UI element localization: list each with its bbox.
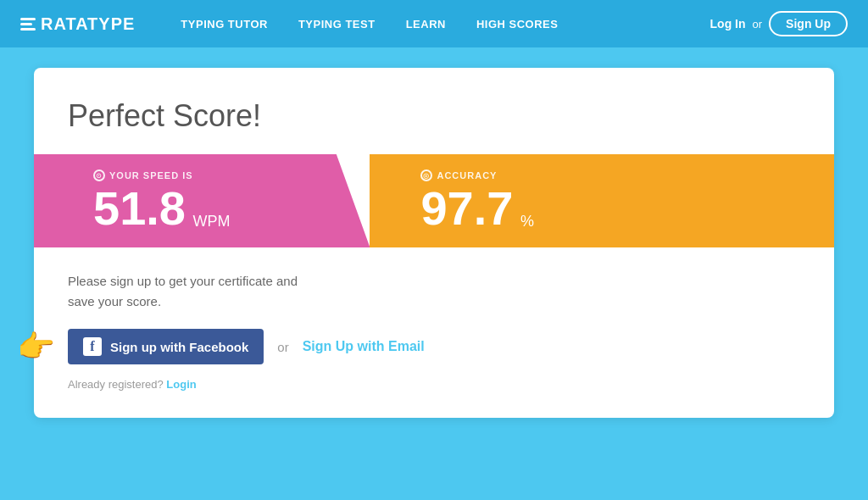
accuracy-icon: ◎	[420, 169, 432, 181]
main-nav: TYPING TUTOR TYPING TEST LEARN HIGH SCOR…	[169, 11, 709, 37]
signup-text-line2: save your score.	[68, 294, 161, 308]
accuracy-unit: %	[520, 213, 534, 230]
card-title: Perfect Score!	[68, 98, 800, 134]
email-signup-link[interactable]: Sign Up with Email	[303, 339, 425, 354]
nav-item-learn[interactable]: LEARN	[394, 11, 458, 37]
already-registered-section: Already registered? Login	[68, 378, 800, 391]
site-header: RATATYPE TYPING TUTOR TYPING TEST LEARN …	[0, 0, 868, 47]
hand-pointer-icon: 👉	[17, 329, 55, 364]
signup-actions: 👉 f Sign up with Facebook or Sign Up wit…	[68, 329, 800, 364]
signup-button[interactable]: Sign Up	[769, 11, 848, 36]
login-link[interactable]: Login	[166, 378, 196, 391]
page-content: Perfect Score! ⊙ YOUR SPEED IS 51.8 WPM …	[0, 47, 868, 438]
login-button[interactable]: Log In	[710, 17, 746, 31]
already-registered-text: Already registered?	[68, 378, 164, 391]
accuracy-value: 97.7	[420, 181, 513, 235]
auth-or-text: or	[753, 18, 763, 31]
header-auth: Log In or Sign Up	[710, 11, 848, 36]
facebook-icon: f	[83, 337, 102, 356]
accuracy-panel: ◎ ACCURACY 97.7 %	[370, 154, 834, 247]
signup-or-text: or	[277, 340, 288, 354]
speed-value-container: 51.8 WPM	[93, 185, 344, 232]
facebook-signup-button[interactable]: f Sign up with Facebook	[68, 329, 264, 364]
speed-value: 51.8	[93, 181, 186, 235]
accuracy-value-container: 97.7 %	[420, 185, 809, 232]
speed-unit: WPM	[192, 213, 230, 230]
nav-item-high-scores[interactable]: HIGH SCORES	[465, 11, 570, 37]
accuracy-label-text: ACCURACY	[437, 170, 497, 181]
score-banner: ⊙ YOUR SPEED IS 51.8 WPM ◎ ACCURACY 97.7…	[34, 154, 834, 247]
logo[interactable]: RATATYPE	[20, 14, 135, 34]
speed-label: ⊙ YOUR SPEED IS	[93, 169, 344, 181]
speed-label-text: YOUR SPEED IS	[109, 170, 193, 181]
signup-description: Please sign up to get your certificate a…	[68, 271, 800, 312]
speed-panel: ⊙ YOUR SPEED IS 51.8 WPM	[34, 154, 370, 247]
nav-item-typing-test[interactable]: TYPING TEST	[287, 11, 387, 37]
signup-text-line1: Please sign up to get your certificate a…	[68, 274, 298, 288]
facebook-signup-label: Sign up with Facebook	[110, 340, 248, 354]
signup-section: Please sign up to get your certificate a…	[68, 247, 800, 391]
logo-text: RATATYPE	[41, 14, 135, 34]
accuracy-label: ◎ ACCURACY	[420, 169, 809, 181]
score-card: Perfect Score! ⊙ YOUR SPEED IS 51.8 WPM …	[34, 68, 834, 418]
speed-icon: ⊙	[93, 169, 105, 181]
logo-icon	[20, 18, 36, 31]
nav-item-typing-tutor[interactable]: TYPING TUTOR	[169, 11, 280, 37]
